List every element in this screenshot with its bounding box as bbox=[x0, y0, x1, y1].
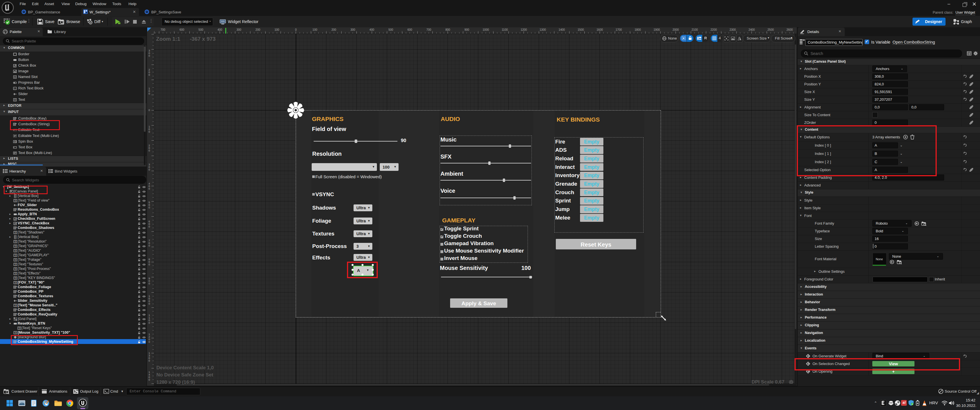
svg-text:T: T bbox=[14, 99, 16, 102]
svg-text:T: T bbox=[14, 199, 16, 202]
svg-text:T: T bbox=[14, 281, 16, 284]
svg-text:T: T bbox=[14, 231, 16, 234]
svg-text:T: T bbox=[14, 245, 16, 248]
svg-text:T: T bbox=[14, 331, 16, 334]
svg-text:3: 3 bbox=[14, 140, 15, 143]
svg-text:T: T bbox=[14, 277, 16, 280]
svg-text:): ) bbox=[15, 88, 16, 90]
svg-text:T: T bbox=[14, 263, 16, 266]
svg-text:T: T bbox=[14, 254, 16, 257]
svg-text:T: T bbox=[18, 327, 20, 330]
svg-text:T: T bbox=[14, 268, 16, 270]
svg-text:T: T bbox=[14, 249, 16, 252]
svg-text:T: T bbox=[14, 304, 16, 307]
svg-text:T: T bbox=[14, 272, 16, 275]
svg-text:T: T bbox=[14, 240, 16, 243]
svg-text:T: T bbox=[14, 259, 16, 261]
